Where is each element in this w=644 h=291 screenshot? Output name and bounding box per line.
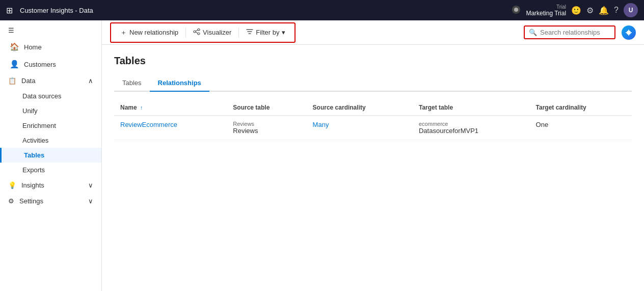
source-cardinality-value: Many [313,121,329,128]
sidebar-item-home[interactable]: 🏠 Home [0,38,101,56]
cell-name: ReviewEcommerce [114,116,227,140]
source-table-sub: Reviews [233,121,300,127]
sidebar-group-data-label: Data [21,77,35,85]
page-title: Tables [114,55,632,67]
sort-asc-icon: ↑ [140,104,143,111]
col-header-source-cardinality: Source cardinality [307,100,413,116]
col-header-source-table: Source table [227,100,306,116]
col-header-name[interactable]: Name ↑ [114,100,227,116]
svg-point-7 [627,31,631,35]
trial-info: Trial Marketing Trial [526,4,566,17]
customers-icon: 👤 [10,60,19,69]
topbar: ⊞ Customer Insights - Data Trial Marketi… [0,0,644,20]
tables-label: Tables [24,151,44,159]
cell-target-table: ecommerce DatasourceforMVP1 [413,116,530,140]
new-relationship-button[interactable]: ＋ New relationship [115,25,183,40]
table-row: ReviewEcommerce Reviews Reviews Many eco… [114,116,632,140]
chevron-up-icon: ∧ [88,77,93,85]
target-table-value: DatasourceforMVP1 [419,127,524,135]
toolbar-divider-1 [185,28,186,38]
svg-line-5 [196,30,198,32]
svg-line-6 [196,32,198,34]
enrichment-label: Enrichment [22,122,56,129]
toolbar: ＋ New relationship Visualizer Filter by [102,20,644,45]
sidebar-item-tables[interactable]: Tables [0,148,101,163]
insights-icon: 💡 [8,181,16,189]
svg-point-1 [514,8,518,12]
chevron-down-icon: ∨ [88,181,93,189]
exports-label: Exports [22,166,45,174]
svg-point-3 [198,29,200,31]
col-header-target-cardinality: Target cardinality [530,100,632,116]
search-icon: 🔍 [529,29,537,36]
filter-chevron-icon: ▾ [282,29,285,36]
cell-target-cardinality: One [530,116,632,140]
tabs: Tables Relationships [114,75,632,92]
topbar-ci-logo [512,5,521,16]
svg-point-2 [194,31,196,33]
sidebar-group-data-header[interactable]: 📋 Data ∧ [0,73,101,89]
col-header-target-table: Target table [413,100,530,116]
tab-relationships[interactable]: Relationships [150,75,209,92]
sidebar-item-customers-label: Customers [24,61,56,68]
sidebar-item-insights[interactable]: 💡 Insights ∨ [0,177,101,193]
search-relationships-input[interactable] [540,29,611,36]
toolbar-divider-2 [238,28,239,38]
relationships-table: Name ↑ Source table Source cardinality T… [114,100,632,140]
smiley-icon[interactable]: 🙂 [571,6,581,15]
target-table-sub: ecommerce [419,121,524,127]
sidebar-item-unify[interactable]: Unify [0,103,101,118]
search-box: 🔍 [524,25,615,39]
tab-tables[interactable]: Tables [114,75,150,92]
relationship-name-link[interactable]: ReviewEcommerce [120,121,177,128]
sidebar-item-data-sources[interactable]: Data sources [0,89,101,103]
activities-label: Activities [22,137,48,144]
avatar[interactable]: U [624,3,638,17]
filter-icon [246,28,253,37]
sidebar-group-data: 📋 Data ∧ Data sources Unify Enrichment A… [0,73,101,177]
ci-orb-icon [622,25,636,40]
plus-icon: ＋ [120,28,127,37]
hamburger-icon: ☰ [8,27,14,34]
sidebar-item-home-label: Home [24,43,42,51]
sidebar-toggle[interactable]: ☰ [0,22,101,38]
svg-point-4 [198,33,200,35]
visualizer-icon [193,28,200,37]
help-icon[interactable]: ? [614,6,619,15]
home-icon: 🏠 [10,42,19,51]
chevron-down-settings-icon: ∨ [88,197,93,205]
main-content: ＋ New relationship Visualizer Filter by [102,20,644,291]
sidebar-item-settings[interactable]: ⚙ Settings ∨ [0,193,101,209]
data-sources-label: Data sources [22,92,62,100]
page-content: Tables Tables Relationships Name ↑ [102,45,644,291]
sidebar-item-customers[interactable]: 👤 Customers [0,56,101,73]
toolbar-actions-group: ＋ New relationship Visualizer Filter by [110,22,296,43]
table-header-row: Name ↑ Source table Source cardinality T… [114,100,632,116]
data-icon: 📋 [8,77,16,85]
sidebar-item-activities[interactable]: Activities [0,133,101,148]
target-cardinality-value: One [536,121,549,128]
settings-sidebar-icon: ⚙ [8,197,14,205]
cell-source-table: Reviews Reviews [227,116,306,140]
sidebar: ☰ 🏠 Home 👤 Customers 📋 Data ∧ Data sourc… [0,20,102,291]
source-table-value: Reviews [233,127,300,135]
cell-source-cardinality: Many [307,116,413,140]
settings-icon[interactable]: ⚙ [586,6,594,15]
visualizer-button[interactable]: Visualizer [188,25,236,39]
settings-label: Settings [19,197,43,205]
insights-label: Insights [21,181,44,189]
bell-icon[interactable]: 🔔 [599,6,609,15]
app-title: Customer Insights - Data [20,7,93,14]
filter-by-button[interactable]: Filter by ▾ [241,25,290,39]
sidebar-item-enrichment[interactable]: Enrichment [0,118,101,133]
waffle-menu-icon[interactable]: ⊞ [6,6,13,15]
sidebar-item-exports[interactable]: Exports [0,163,101,177]
unify-label: Unify [22,107,38,115]
